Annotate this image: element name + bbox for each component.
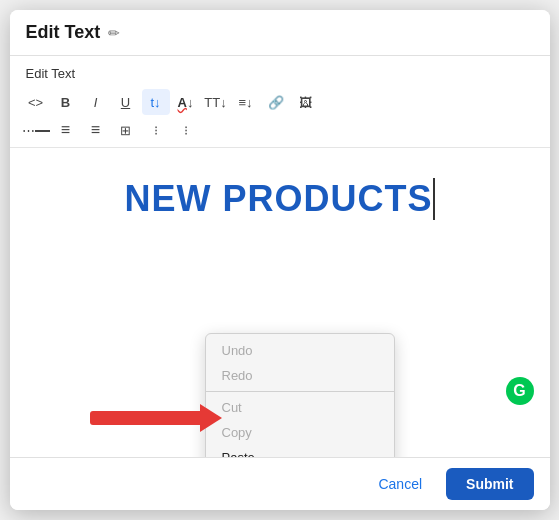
toolbar-text-transform-btn[interactable]: TT↓ — [202, 89, 230, 115]
toolbar-align-left-btn[interactable]: ⋯ — [22, 117, 50, 143]
grammarly-icon[interactable]: G — [506, 377, 534, 405]
arrow-shaft — [90, 411, 200, 425]
toolbar-align-right-btn[interactable]: ≡ — [82, 117, 110, 143]
arrow-indicator — [90, 404, 222, 432]
editor-label: Edit Text — [10, 56, 550, 85]
toolbar-row-1: <> B I U t↓ A↓ TT↓ ≡↓ 🔗 🖼 — [22, 89, 538, 115]
context-menu-separator-1 — [206, 391, 394, 392]
toolbar-line-height-btn[interactable]: ≡↓ — [232, 89, 260, 115]
toolbar-bold-btn[interactable]: B — [52, 89, 80, 115]
toolbar-row-2: ⋯ ≡ ≡ ⊞ ⁝ ⁝ — [22, 117, 538, 143]
toolbar-image-btn[interactable]: 🖼 — [292, 89, 320, 115]
submit-button[interactable]: Submit — [446, 468, 533, 500]
toolbar-link-btn[interactable]: 🔗 — [262, 89, 290, 115]
pencil-icon[interactable]: ✏ — [108, 25, 120, 41]
modal-body: Edit Text <> B I U t↓ A↓ TT↓ ≡↓ 🔗 🖼 ⋯ ≡ … — [10, 56, 550, 457]
editor-content[interactable]: NEW PRODUCTS Undo Redo Cut — [10, 148, 550, 457]
toolbar-italic-btn[interactable]: I — [82, 89, 110, 115]
context-menu-copy[interactable]: Copy — [206, 420, 394, 445]
toolbar-align-center-btn[interactable]: ≡ — [52, 117, 80, 143]
toolbar-list-unordered-btn[interactable]: ⁝ — [142, 117, 170, 143]
modal-footer: Cancel Submit — [10, 457, 550, 510]
toolbar-code-btn[interactable]: <> — [22, 89, 50, 115]
editor-heading-text: NEW PRODUCTS — [125, 178, 435, 220]
context-menu-cut[interactable]: Cut — [206, 395, 394, 420]
context-menu-undo[interactable]: Undo — [206, 338, 394, 363]
arrow-head — [200, 404, 222, 432]
toolbar: <> B I U t↓ A↓ TT↓ ≡↓ 🔗 🖼 ⋯ ≡ ≡ ⊞ ⁝ ⁝ — [10, 85, 550, 148]
toolbar-table-btn[interactable]: ⊞ — [112, 117, 140, 143]
toolbar-font-color-btn[interactable]: A↓ — [172, 89, 200, 115]
toolbar-text-size-btn[interactable]: t↓ — [142, 89, 170, 115]
modal-header: Edit Text ✏ — [10, 10, 550, 56]
context-menu: Undo Redo Cut Copy Paste Paste and Match… — [205, 333, 395, 457]
edit-text-modal: Edit Text ✏ Edit Text <> B I U t↓ A↓ TT↓… — [10, 10, 550, 510]
context-menu-paste[interactable]: Paste — [206, 445, 394, 457]
toolbar-list-ordered-btn[interactable]: ⁝ — [172, 117, 200, 143]
cancel-button[interactable]: Cancel — [366, 470, 434, 498]
modal-title: Edit Text — [26, 22, 101, 43]
toolbar-underline-btn[interactable]: U — [112, 89, 140, 115]
context-menu-redo[interactable]: Redo — [206, 363, 394, 388]
